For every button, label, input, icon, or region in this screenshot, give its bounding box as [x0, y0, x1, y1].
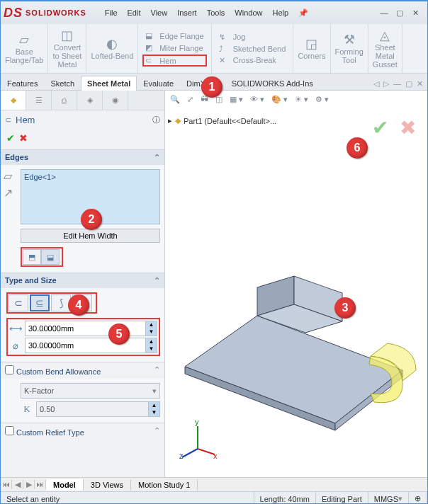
- tab-add-ins[interactable]: SOLIDWORKS Add-Ins: [225, 76, 320, 91]
- spin-up[interactable]: ▲: [145, 338, 157, 345]
- menu-insert[interactable]: Insert: [173, 6, 201, 21]
- status-extra-icon[interactable]: ⊕: [409, 492, 427, 504]
- window-close[interactable]: ✕: [410, 8, 420, 18]
- doc-min-icon[interactable]: —: [393, 79, 401, 88]
- doc-next-icon[interactable]: ▷: [383, 79, 389, 88]
- ribbon-cross-break[interactable]: ✕Cross-Break: [216, 55, 289, 66]
- confirm-cancel-icon[interactable]: ✖: [400, 116, 416, 139]
- pm-title: Hem: [16, 115, 35, 125]
- cba-checkbox[interactable]: [5, 365, 14, 374]
- tab-nav-first[interactable]: ⏮: [1, 480, 12, 489]
- pin-icon[interactable]: 📌: [294, 6, 312, 21]
- material-inside-toggle[interactable]: ⬒: [23, 249, 41, 265]
- cancel-button[interactable]: ✖: [19, 132, 28, 144]
- edges-header: Edges: [5, 153, 28, 162]
- scene-icon[interactable]: ☀ ▾: [293, 93, 310, 105]
- ribbon-edge-flange[interactable]: ⬓Edge Flange: [142, 30, 206, 41]
- ribbon-gusset[interactable]: ◬ Sheet Metal Gusset: [373, 29, 398, 69]
- view-settings-icon[interactable]: ⚙ ▾: [314, 93, 330, 105]
- ribbon-sketched-bend[interactable]: ⤴Sketched Bend: [216, 44, 289, 54]
- menu-window[interactable]: Window: [230, 6, 266, 21]
- hem-type-closed[interactable]: ⊂: [9, 294, 28, 311]
- callout-2: 2: [81, 209, 102, 230]
- spin-up[interactable]: ▲: [148, 402, 159, 409]
- doc-close-icon[interactable]: ✕: [417, 79, 423, 88]
- svg-text:y: y: [195, 418, 199, 426]
- spin-up[interactable]: ▲: [145, 321, 157, 328]
- doc-prev-icon[interactable]: ◁: [373, 79, 379, 88]
- cba-header: Custom Bend Allowance: [16, 367, 101, 376]
- collapse-icon[interactable]: ⌃: [154, 153, 160, 162]
- callout-3: 3: [334, 297, 356, 319]
- confirm-ok-icon[interactable]: ✔: [372, 116, 388, 139]
- doc-max-icon[interactable]: ▢: [405, 79, 412, 88]
- ribbon-lofted-bend[interactable]: ◐ Lofted-Bend: [91, 38, 133, 60]
- pm-tab-dim[interactable]: ◈: [77, 91, 103, 110]
- callout-5: 5: [108, 323, 130, 345]
- svg-line-9: [182, 449, 198, 457]
- status-length: Length: 40mm: [254, 492, 316, 504]
- menu-tools[interactable]: Tools: [203, 6, 230, 21]
- graphics-viewport[interactable]: 🔍 ⤢ 🕶 ◫ ▦ ▾ 👁 ▾ 🎨 ▾ ☀ ▾ ⚙ ▾ ▸ ◆ Part1 (D…: [165, 91, 427, 477]
- arrow-icon[interactable]: ↗: [4, 186, 13, 200]
- pm-tab-feature[interactable]: ◆: [1, 91, 26, 110]
- spin-down[interactable]: ▼: [148, 409, 159, 416]
- callout-6: 6: [347, 137, 368, 159]
- ribbon-forming-tool[interactable]: ⚒ Forming Tool: [335, 33, 364, 64]
- k-factor-input[interactable]: [37, 403, 148, 415]
- zoom-area-icon[interactable]: ⤢: [186, 93, 195, 105]
- menu-file[interactable]: File: [101, 6, 122, 21]
- tab-nav-next[interactable]: ▶: [23, 480, 35, 489]
- tab-sketch[interactable]: Sketch: [44, 76, 81, 91]
- zoom-fit-icon[interactable]: 🔍: [169, 93, 181, 105]
- tree-expand-icon[interactable]: ▸: [168, 116, 172, 125]
- spin-down[interactable]: ▼: [145, 345, 157, 353]
- k-factor-label: K: [21, 403, 33, 415]
- tab-nav-prev[interactable]: ◀: [12, 480, 23, 489]
- tree-root[interactable]: Part1 (Default<<Default>...: [184, 117, 276, 125]
- svg-marker-0: [185, 316, 402, 423]
- tab-features[interactable]: Features: [1, 76, 44, 91]
- crt-checkbox[interactable]: [5, 426, 14, 435]
- ok-button[interactable]: ✔: [6, 132, 15, 144]
- tab-evaluate[interactable]: Evaluate: [137, 76, 180, 91]
- ribbon-convert-sheetmetal[interactable]: ◫ Convert to Sheet Metal: [52, 29, 81, 69]
- hem-type-open[interactable]: ⊆: [30, 294, 50, 311]
- bottom-tab-3dviews[interactable]: 3D Views: [84, 479, 131, 491]
- menu-edit[interactable]: Edit: [123, 6, 145, 21]
- ribbon-base-flange[interactable]: ▱ Base Flange/Tab: [5, 33, 43, 64]
- collapse-icon[interactable]: ⌃: [154, 365, 160, 376]
- edit-hem-width-button[interactable]: Edit Hem Width: [21, 229, 160, 243]
- spin-down[interactable]: ▼: [145, 328, 157, 336]
- ribbon-miter-flange[interactable]: ◩Miter Flange: [142, 42, 206, 53]
- bottom-tab-model[interactable]: Model: [46, 479, 84, 491]
- ribbon-corners[interactable]: ◲ Corners: [298, 38, 325, 60]
- pm-tab-props[interactable]: ☰: [26, 91, 52, 110]
- part-geometry: [172, 211, 420, 445]
- tab-nav-last[interactable]: ⏭: [35, 480, 46, 489]
- hem-gap-input[interactable]: [26, 340, 145, 351]
- collapse-icon[interactable]: ⌃: [154, 276, 160, 285]
- hem-feature-icon: ⊂: [5, 115, 11, 125]
- status-units[interactable]: MMGS ▾: [368, 492, 409, 504]
- window-minimize[interactable]: —: [379, 8, 389, 18]
- base-flange-icon: ▱: [19, 33, 29, 46]
- collapse-icon[interactable]: ⌃: [154, 426, 160, 437]
- tab-sheet-metal[interactable]: Sheet Metal: [81, 76, 137, 91]
- config-icon: ⎙: [62, 96, 67, 105]
- menu-view[interactable]: View: [147, 6, 172, 21]
- bottom-tab-motion[interactable]: Motion Study 1: [131, 479, 198, 491]
- pm-tab-display[interactable]: ◉: [103, 91, 128, 110]
- pm-tab-config[interactable]: ⎙: [52, 91, 77, 110]
- cba-type-select[interactable]: [21, 385, 150, 396]
- ribbon-jog[interactable]: ↯Jog: [216, 32, 289, 42]
- orientation-triad[interactable]: x y z: [178, 418, 220, 460]
- hide-show-icon[interactable]: 👁 ▾: [249, 93, 266, 105]
- help-icon[interactable]: ⓘ: [152, 115, 160, 125]
- display-style-icon[interactable]: ▦ ▾: [228, 93, 244, 105]
- appearance-icon[interactable]: 🎨 ▾: [270, 93, 289, 105]
- menu-help[interactable]: Help: [268, 6, 293, 21]
- ribbon-hem[interactable]: ⊂Hem: [142, 55, 206, 67]
- window-maximize[interactable]: ▢: [395, 8, 405, 18]
- material-outside-toggle[interactable]: ⬓: [41, 249, 60, 265]
